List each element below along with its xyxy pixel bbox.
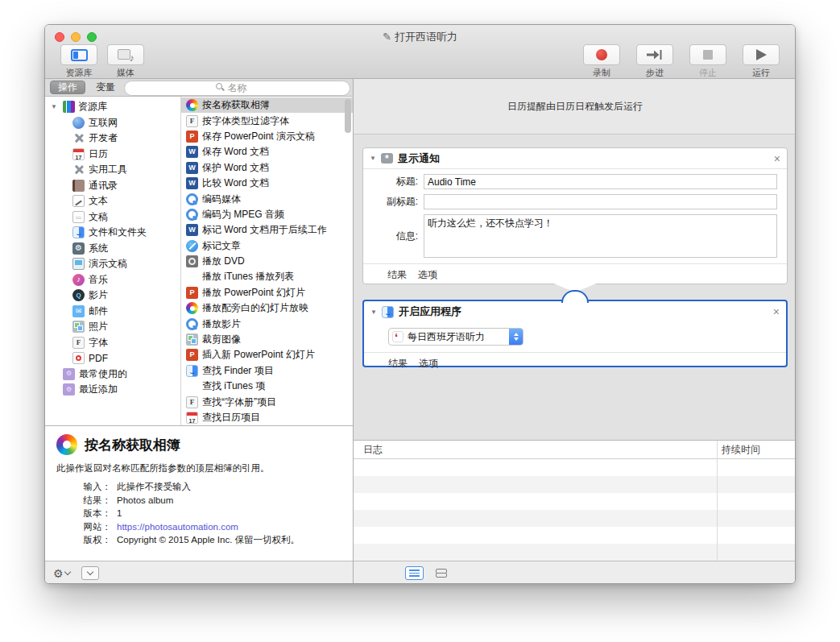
action-list-item[interactable]: 保存 PowerPoint 演示文稿 [181,129,353,144]
library-tree-item[interactable]: ▼资源库 [45,99,180,115]
description-field-label: 网站： [56,520,111,534]
library-tree-item[interactable]: 开发者 [45,130,180,147]
launch-application-block[interactable]: ▼ 开启应用程序 × 每日西班牙语听力 结果 选项 [362,300,788,367]
action-list-item[interactable]: 标记文章 [181,238,353,254]
quicktime-icon [186,193,198,205]
close-icon[interactable]: × [774,153,780,164]
application-select[interactable]: 每日西班牙语听力 [388,328,523,346]
log-column-header: 日志 [354,443,717,457]
description-field-value: Copyright © 2015 Apple Inc. 保留一切权利。 [117,533,300,547]
log-row [354,493,796,510]
description-field-value: Photos album [117,494,173,507]
close-icon[interactable]: × [773,306,780,317]
library-tree-item[interactable]: 照片 [45,319,180,335]
toggle-description-button[interactable] [81,566,99,580]
action-list-scrollbar[interactable] [345,99,351,133]
library-toolbar-label: 资源库 [66,67,93,79]
library-tree-item[interactable]: 最常使用的 [45,367,180,383]
library-tree-item[interactable]: 邮件 [45,304,180,320]
stop-button[interactable]: 停止 [685,44,730,79]
results-link[interactable]: 结果 [388,357,408,371]
action-list-item[interactable]: 插入新 PowerPoint 幻灯片 [181,347,353,362]
log-panel: 日志 持续时间 [354,440,796,561]
notification-subtitle-input[interactable] [424,194,777,209]
options-link[interactable]: 选项 [419,357,438,371]
website-link[interactable]: https://photosautomation.com [117,520,238,534]
action-list-item[interactable]: 编码为 MPEG 音频 [181,207,353,222]
notification-title-input[interactable] [424,174,777,189]
log-view-button[interactable] [405,566,424,580]
finder-icon [72,226,85,238]
library-tree-item[interactable]: PDF [45,350,180,367]
log-column-divider[interactable] [717,441,718,561]
library-tree-item[interactable]: 互联网 [45,115,180,131]
record-button[interactable]: 录制 [579,44,624,79]
action-list-item[interactable]: 播放 PowerPoint 幻灯片 [181,285,353,300]
library-tree-item[interactable]: 影片 [45,288,180,304]
action-list-item[interactable]: 播放影片 [181,316,353,331]
display-notification-header[interactable]: ▼ 显示通知 × [363,148,787,169]
media-icon [118,49,134,61]
media-toolbar-button[interactable]: 媒体 [103,44,148,79]
action-list-item[interactable]: 裁剪图像 [181,332,353,347]
action-list-item[interactable]: 播放配旁白的幻灯片放映 [181,300,353,316]
tab-variables[interactable]: 变量 [90,81,121,94]
notification-message-textarea[interactable]: 听力这么烂，还不快点学习！ [424,214,777,258]
description-field-row: 结果：Photos album [56,494,341,507]
action-list-item[interactable]: 标记 Word 文档用于后续工作 [181,222,353,238]
library-tree-item[interactable]: 通讯录 [45,178,180,194]
item-label: 邮件 [89,304,108,318]
action-list-item[interactable]: 按名称获取相簿 [181,97,353,113]
action-list-item[interactable]: 查找日历项目 [181,410,353,425]
item-label: 标记文章 [202,239,241,253]
action-list-item[interactable]: 查找 Finder 项目 [181,363,353,379]
library-tree-item[interactable]: 系统 [45,241,180,257]
library-tree: ▼资源库互联网开发者日历实用工具通讯录文本文稿文件和文件夹系统演示文稿音乐影片邮… [45,97,181,425]
select-stepper-icon[interactable] [509,329,523,345]
action-list-item[interactable]: 保护 Word 文档 [181,160,353,176]
stop-icon [703,50,713,60]
tab-actions[interactable]: 操作 [50,81,85,94]
action-list-item[interactable]: 查找 iTunes 项 [181,379,353,394]
dev-icon [72,164,85,176]
results-link[interactable]: 结果 [387,268,407,282]
disclosure-triangle-icon[interactable]: ▼ [370,309,377,316]
item-label: 最常使用的 [79,367,127,381]
library-tree-item[interactable]: 日历 [45,147,180,163]
library-tree-item[interactable]: 实用工具 [45,162,180,178]
item-label: 系统 [89,242,108,255]
search-input[interactable] [124,81,350,96]
pane-divider[interactable] [353,79,354,584]
step-button[interactable]: 步进 [632,44,677,79]
calendar-icon [72,148,85,160]
library-toolbar-button[interactable]: 资源库 [56,44,101,79]
system-icon [72,242,85,255]
library-tree-item[interactable]: 演示文稿 [45,256,180,272]
variables-view-button[interactable] [432,566,450,580]
disclosure-triangle-icon[interactable]: ▼ [50,103,58,110]
run-button[interactable]: 运行 [739,44,784,79]
library-tree-item[interactable]: 音乐 [45,272,180,288]
action-list-item[interactable]: 按字体类型过滤字体 [181,113,353,128]
description-text: 此操作返回对名称匹配所指参数的顶层相簿的引用。 [56,462,341,474]
options-link[interactable]: 选项 [418,268,437,282]
description-field-row: 输入：此操作不接受输入 [56,480,341,494]
disclosure-triangle-icon[interactable]: ▼ [370,155,376,162]
action-list-item[interactable]: 编码媒体 [181,191,353,206]
action-list-item[interactable]: 播放 DVD [181,254,353,269]
action-list-item[interactable]: 比较 Word 文档 [181,176,353,191]
action-menu-button[interactable]: ⚙ [53,567,70,580]
library-tree-item[interactable]: 文稿 [45,209,180,226]
display-notification-block[interactable]: ▼ 显示通知 × 标题: 副标题: 信息: 听力这么烂，还不快点学习！ 结果 选… [362,147,788,284]
library-tree-item[interactable]: 字体 [45,335,180,351]
action-list-item[interactable]: 播放 iTunes 播放列表 [181,269,353,284]
step-label: 步进 [646,67,664,79]
action-list-item[interactable]: 查找“字体册”项目 [181,394,353,409]
library-tree-item[interactable]: 文件和文件夹 [45,225,180,241]
item-label: 实用工具 [89,163,127,176]
action-list-item[interactable]: 保存 Word 文档 [181,144,353,159]
library-tree-item[interactable]: 文本 [45,193,180,209]
log-row [354,510,796,527]
library-tree-item[interactable]: 最近添加 [45,382,180,398]
description-fields: 输入：此操作不接受输入结果：Photos album版本：1网站：https:/… [56,480,341,547]
